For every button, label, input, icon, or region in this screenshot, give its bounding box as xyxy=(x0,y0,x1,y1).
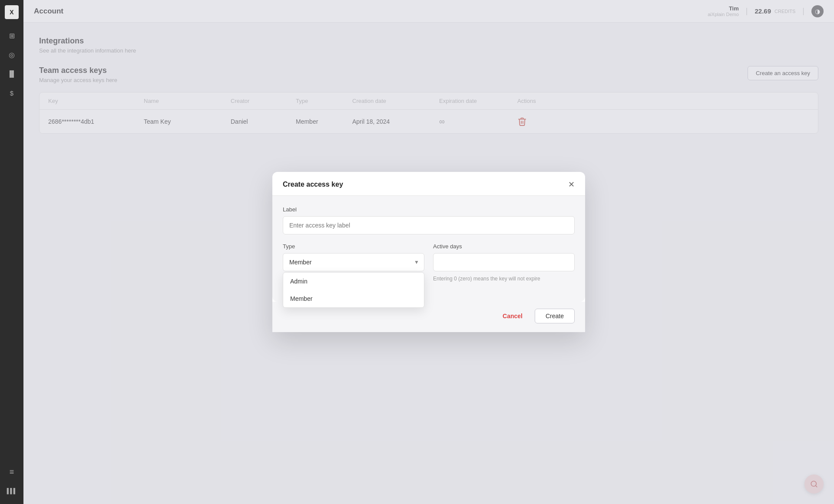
nav-grid-icon[interactable]: ⊞ xyxy=(4,28,20,43)
modal-header: Create access key ✕ xyxy=(272,172,585,196)
dropdown-item-member[interactable]: Member xyxy=(283,290,424,307)
type-dropdown-menu: Admin Member xyxy=(283,272,424,308)
modal-title: Create access key xyxy=(283,181,343,188)
active-days-label: Active days xyxy=(433,243,575,250)
type-days-row: Type Member Admin ▼ Admin Member xyxy=(283,243,575,291)
sidebar: X ⊞ ◎ ▐▌ $ ≡ ▌▌▌ xyxy=(0,0,23,504)
label-input[interactable] xyxy=(283,216,575,234)
create-access-key-modal: Create access key ✕ Label Type xyxy=(272,172,585,332)
nav-currency-icon[interactable]: $ xyxy=(4,85,20,101)
type-field-group: Type Member Admin ▼ Admin Member xyxy=(283,243,424,271)
nav-circle-icon[interactable]: ◎ xyxy=(4,47,20,63)
active-days-hint: Entering 0 (zero) means the key will not… xyxy=(433,275,575,283)
main-area: Account Tim aiXplain Demo | 22.69 CREDIT… xyxy=(23,0,834,504)
nav-menu-icon[interactable]: ≡ xyxy=(4,464,20,480)
modal-close-button[interactable]: ✕ xyxy=(568,181,575,188)
create-button[interactable]: Create xyxy=(535,309,575,323)
modal-overlay: Create access key ✕ Label Type xyxy=(23,0,834,504)
cancel-button[interactable]: Cancel xyxy=(496,309,530,323)
modal-body: Label Type Member Admin ▼ xyxy=(272,196,585,302)
app-logo[interactable]: X xyxy=(5,5,19,19)
nav-chart-icon[interactable]: ▐▌ xyxy=(4,66,20,82)
label-field-group: Label xyxy=(283,206,575,234)
dropdown-item-admin[interactable]: Admin xyxy=(283,273,424,290)
type-select-wrapper: Member Admin ▼ Admin Member xyxy=(283,253,424,271)
active-days-field-group: Active days 0 Entering 0 (zero) means th… xyxy=(433,243,575,283)
label-field-label: Label xyxy=(283,206,575,213)
type-select[interactable]: Member Admin xyxy=(283,253,424,271)
type-field-label: Type xyxy=(283,243,424,250)
nav-bars-icon[interactable]: ▌▌▌ xyxy=(4,483,20,499)
active-days-input[interactable]: 0 xyxy=(433,253,575,271)
